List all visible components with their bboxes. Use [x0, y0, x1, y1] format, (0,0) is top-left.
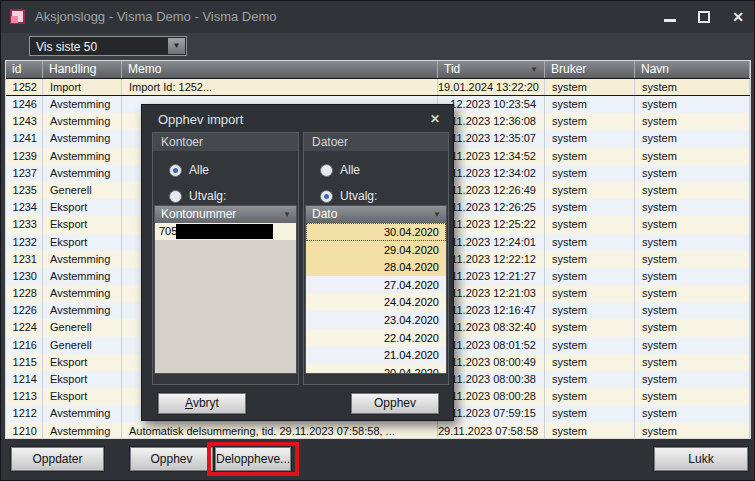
cell-bruker: system — [545, 423, 635, 439]
cell-tid: 12.2023 10:23:54 — [438, 96, 545, 113]
cell-bruker: system — [545, 302, 635, 319]
opphev-dialog-button[interactable]: Opphev — [351, 393, 439, 414]
cell-navn: system — [635, 371, 750, 388]
cell-tid: 11.2023 08:00:28 — [438, 388, 545, 405]
radio-label: Utvalg: — [189, 189, 226, 203]
kontonummer-list: Kontonummer▼ 705 — [154, 205, 297, 374]
cell-id: 1239 — [6, 148, 43, 165]
dialog-close-icon[interactable]: ✕ — [427, 111, 443, 127]
account-number-prefix: 705 — [159, 225, 177, 237]
cell-bruker: system — [545, 182, 635, 199]
radio-option-utvalg[interactable]: Utvalg: — [169, 189, 226, 203]
cell-navn: system — [635, 285, 750, 302]
radio-unselected-icon[interactable] — [169, 190, 182, 203]
show-last-dropdown[interactable]: Vis siste 50 ▼ — [29, 36, 187, 56]
datoer-panel-label: Datoer — [304, 133, 448, 151]
cell-tid: 11.2023 08:00:38 — [438, 371, 545, 388]
radio-option-utvalg[interactable]: Utvalg: — [320, 189, 377, 203]
cell-id: 1231 — [6, 251, 43, 268]
cell-navn: system — [635, 234, 750, 251]
cell-bruker: system — [545, 79, 635, 95]
cell-handling: Avstemming — [43, 251, 122, 268]
date-list-item[interactable]: 22.04.2020 — [306, 329, 446, 347]
cell-tid: 11.2023 12:22:12 — [438, 251, 545, 268]
cell-handling: Eksport — [43, 216, 122, 233]
cell-id: 1233 — [6, 216, 43, 233]
cell-handling: Eksport — [43, 388, 122, 405]
avbryt-button[interactable]: Avbryt — [158, 393, 246, 414]
cell-navn: system — [635, 337, 750, 354]
cell-navn: system — [635, 423, 750, 439]
cell-bruker: system — [545, 165, 635, 182]
cell-id: 1243 — [6, 113, 43, 130]
date-list-item[interactable]: 23.04.2020 — [306, 311, 446, 329]
cell-handling: Eksport — [43, 199, 122, 216]
radio-selected-icon[interactable] — [320, 190, 333, 203]
radio-label: Alle — [189, 163, 209, 177]
cell-navn: system — [635, 79, 750, 95]
kontonummer-list-header[interactable]: Kontonummer▼ — [155, 206, 296, 223]
date-list-item[interactable]: 21.04.2020 — [306, 346, 446, 364]
column-header-handling[interactable]: Handling — [43, 61, 122, 78]
cell-bruker: system — [545, 234, 635, 251]
cell-navn: system — [635, 96, 750, 113]
cell-handling: Avstemming — [43, 96, 122, 113]
cell-handling: Avstemming — [43, 268, 122, 285]
column-header-bruker[interactable]: Bruker — [545, 61, 635, 78]
column-header-id[interactable]: id — [6, 61, 43, 78]
column-header-tid[interactable]: Tid▼ — [438, 61, 545, 78]
date-list-item[interactable]: 30.04.2020 — [306, 223, 446, 241]
minimize-button[interactable] — [659, 7, 681, 27]
cell-tid: 11.2023 12:24:01 — [438, 234, 545, 251]
maximize-icon — [698, 11, 710, 23]
chevron-down-icon[interactable]: ▼ — [168, 38, 185, 54]
cell-navn: system — [635, 182, 750, 199]
column-header-memo[interactable]: Memo — [122, 61, 438, 78]
cell-id: 1241 — [6, 130, 43, 147]
maximize-button[interactable] — [693, 7, 715, 27]
opphev-footer-button[interactable]: Opphev — [130, 447, 213, 471]
cell-id: 1213 — [6, 388, 43, 405]
account-list-item[interactable]: 705 — [155, 223, 296, 240]
table-row[interactable]: 1210AvstemmingAutomatisk delsummering, t… — [6, 423, 750, 439]
radio-selected-icon[interactable] — [169, 164, 182, 177]
date-list-item[interactable]: 27.04.2020 — [306, 276, 446, 294]
cell-bruker: system — [545, 130, 635, 147]
cell-handling: Avstemming — [43, 165, 122, 182]
cell-id: 1234 — [6, 199, 43, 216]
lukk-button[interactable]: Lukk — [654, 447, 748, 471]
cell-tid: 11.2023 12:34:52 — [438, 148, 545, 165]
radio-option-alle[interactable]: Alle — [169, 163, 209, 177]
dato-list-header[interactable]: Dato▼ — [306, 206, 446, 223]
date-list-item[interactable]: 28.04.2020 — [306, 258, 446, 276]
cell-id: 1230 — [6, 268, 43, 285]
chevron-down-icon: ▼ — [283, 206, 291, 223]
column-header-navn[interactable]: Navn — [635, 61, 750, 78]
close-button[interactable]: ✕ — [727, 7, 749, 27]
cell-navn: system — [635, 148, 750, 165]
oppdater-button[interactable]: Oppdater — [11, 447, 104, 471]
cell-id: 1252 — [6, 79, 43, 95]
dialog-title: Opphev import — [158, 112, 243, 127]
cell-tid: 11.2023 08:01:52 — [438, 337, 545, 354]
radio-option-alle[interactable]: Alle — [320, 163, 360, 177]
application-window: Aksjonslogg - Visma Demo - Visma Demo ✕ … — [0, 0, 755, 481]
radio-label: Utvalg: — [340, 189, 377, 203]
cell-navn: system — [635, 113, 750, 130]
cell-handling: Avstemming — [43, 302, 122, 319]
cell-bruker: system — [545, 113, 635, 130]
date-list-item[interactable]: 24.04.2020 — [306, 293, 446, 311]
date-list-item[interactable]: 29.04.2020 — [306, 241, 446, 259]
radio-unselected-icon[interactable] — [320, 164, 333, 177]
cell-tid: 11.2023 08:00:49 — [438, 354, 545, 371]
cell-bruker: system — [545, 96, 635, 113]
cell-tid: 11.2023 07:59:15 — [438, 405, 545, 422]
cell-tid: 11.2023 12:16:47 — [438, 302, 545, 319]
cell-tid: 11.2023 08:32:40 — [438, 319, 545, 336]
cell-navn: system — [635, 251, 750, 268]
cell-bruker: system — [545, 285, 635, 302]
table-row[interactable]: 1252ImportImport Id: 1252...19.01.2024 1… — [6, 78, 750, 96]
date-list-item[interactable]: 20.04.2020 — [306, 364, 446, 373]
cell-bruker: system — [545, 371, 635, 388]
cell-bruker: system — [545, 337, 635, 354]
